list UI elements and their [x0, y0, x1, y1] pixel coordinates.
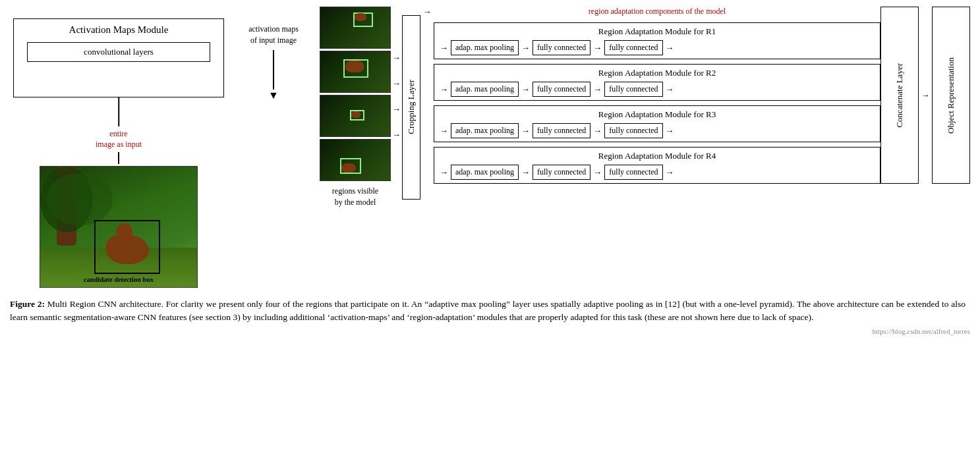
activation-maps-label: activation mapsof input image	[248, 24, 299, 46]
arrow-up-line	[118, 152, 119, 164]
module-3-box-3: fully connected	[604, 123, 662, 138]
arrow-2-1: →	[521, 84, 530, 95]
arrow-3-0: →	[440, 126, 448, 136]
arrow-4-1: →	[521, 167, 530, 178]
watermark-text: https://blog.csdn.net/alfred_torres	[873, 327, 970, 335]
arrow-2-0: →	[440, 84, 448, 95]
left-section: Activation Maps Module convolutional lay…	[10, 7, 227, 288]
candidate-box	[94, 220, 160, 274]
module-1-title: Region Adaptation Module for R1	[440, 26, 875, 37]
activation-maps-arrow-col: activation mapsof input image ▼	[227, 7, 320, 101]
arrow-3-3: →	[666, 126, 674, 136]
module-4-box-1: adap. max pooling	[451, 165, 519, 180]
watermark: https://blog.csdn.net/alfred_torres	[10, 327, 970, 335]
region-arrows: → → → →	[391, 46, 402, 168]
right-section: region adaptation components of the mode…	[434, 7, 970, 184]
activation-module-title: Activation Maps Module	[20, 24, 217, 36]
cropping-layer-label: Cropping Layer	[403, 76, 420, 138]
vertical-arrow-down	[273, 50, 274, 90]
conv-layers-label: convolutional layers	[84, 47, 154, 57]
main-container: Activation Maps Module convolutional lay…	[10, 7, 970, 335]
module-4-box-2: fully connected	[533, 165, 591, 180]
region-module-2: Region Adaptation Module for R2 → adap. …	[434, 64, 880, 101]
figure-caption: Figure 2: Multi Region CNN architecture.…	[10, 298, 966, 325]
cropping-to-modules-arrow: →	[420, 7, 434, 37]
cattle-3	[351, 111, 360, 118]
arrow-down-tip: ▼	[268, 90, 279, 101]
region-img-1	[320, 7, 391, 49]
arrow-4-3: →	[666, 167, 674, 178]
module-4-title: Region Adaptation Module for R4	[440, 151, 875, 161]
module-1-pipeline: → adap. max pooling → fully connected → …	[440, 40, 875, 55]
module-3-box-1: adap. max pooling	[451, 123, 519, 138]
region-img-4	[320, 139, 391, 181]
arrow-3-2: →	[593, 126, 602, 136]
candidate-label: candidate detection box	[84, 276, 154, 283]
tree-foliage-2	[47, 173, 113, 226]
caption-text: Multi Region CNN architecture. For clari…	[10, 299, 966, 322]
arrow-concat-obj: →	[921, 90, 930, 101]
module-1-box-1: adap. max pooling	[451, 40, 519, 55]
up-arrow-line	[118, 97, 119, 126]
up-arrow-row	[118, 152, 119, 164]
module-4-pipeline: → adap. max pooling → fully connected → …	[440, 165, 875, 180]
conv-layers-box: convolutional layers	[27, 42, 210, 62]
arrow-2-3: →	[666, 84, 674, 95]
arrow-4-0: →	[440, 167, 448, 178]
arrow-1-0: →	[440, 43, 448, 53]
arrow-2-2: →	[593, 84, 602, 95]
region-module-3: Region Adaptation Module for R3 → adap. …	[434, 105, 880, 142]
cattle-4	[341, 163, 356, 173]
entire-image-label: entireimage as input	[96, 129, 142, 149]
region-module-1: Region Adaptation Module for R1 → adap. …	[434, 22, 880, 59]
full-diagram: Activation Maps Module convolutional lay…	[10, 7, 970, 288]
module-3-title: Region Adaptation Module for R3	[440, 109, 875, 120]
regions-col: regions visibleby the model	[320, 7, 391, 208]
module-2-title: Region Adaptation Module for R2	[440, 68, 875, 78]
concatenate-layer-label: Concatenate Layer	[891, 60, 908, 131]
activation-module-box: Activation Maps Module convolutional lay…	[13, 18, 224, 97]
module-2-pipeline: → adap. max pooling → fully connected → …	[440, 82, 875, 97]
object-representation-label: Object Representation	[942, 54, 960, 137]
cattle-1	[355, 13, 366, 21]
regions-cropping-section: regions visibleby the model → → → → Crop…	[320, 7, 420, 208]
module-1-box-3: fully connected	[604, 40, 662, 55]
modules-col: region adaptation components of the mode…	[434, 7, 880, 184]
module-2-box-3: fully connected	[604, 82, 662, 97]
concatenate-layer-box: Concatenate Layer	[880, 7, 919, 184]
region-adaptation-top-label: region adaptation components of the mode…	[434, 7, 880, 16]
arrow-3-1: →	[521, 126, 530, 136]
module-4-box-3: fully connected	[604, 165, 662, 180]
cropping-layer-box: Cropping Layer	[402, 15, 420, 200]
regions-visible-label: regions visibleby the model	[332, 186, 378, 208]
module-3-box-2: fully connected	[533, 123, 591, 138]
module-2-box-1: adap. max pooling	[451, 82, 519, 97]
region-module-4: Region Adaptation Module for R4 → adap. …	[434, 147, 880, 184]
region-img-2	[320, 51, 391, 93]
object-representation-box: Object Representation	[932, 7, 970, 184]
concat-to-obj-arrow: →	[919, 7, 932, 184]
arrow-1-1: →	[521, 43, 530, 53]
module-1-box-2: fully connected	[533, 40, 591, 55]
arrow-1-2: →	[593, 43, 602, 53]
region-img-3	[320, 95, 391, 137]
arrow-1-3: →	[666, 43, 674, 53]
cattle-2	[345, 61, 364, 72]
module-2-box-2: fully connected	[533, 82, 591, 97]
figure-label: Figure 2:	[10, 299, 45, 309]
main-image: candidate detection box	[40, 166, 198, 288]
module-3-pipeline: → adap. max pooling → fully connected → …	[440, 123, 875, 138]
arrow-4-2: →	[593, 167, 602, 178]
up-arrow-area	[118, 97, 119, 126]
